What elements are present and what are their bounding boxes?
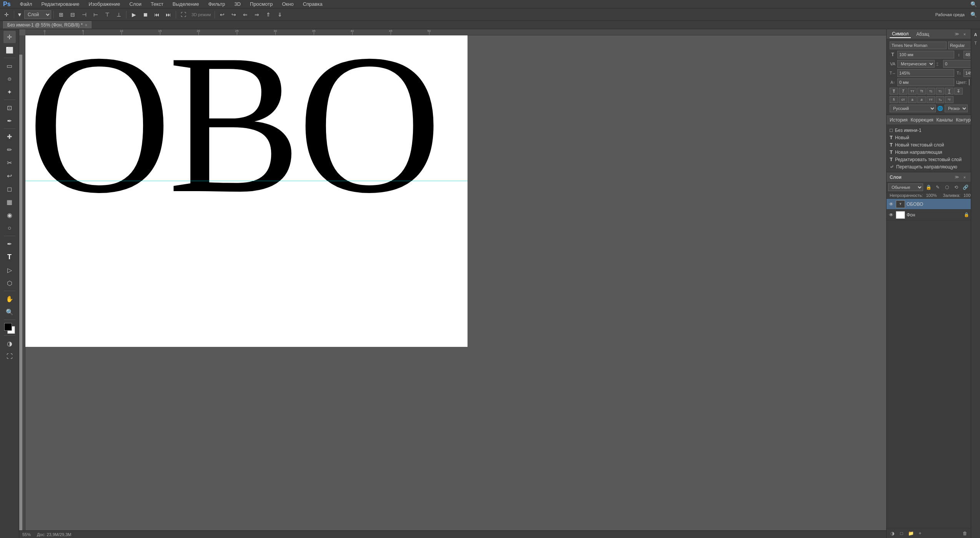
font-family-input[interactable]: Times New Roman: [890, 42, 947, 49]
menu-3d[interactable]: 3D: [233, 0, 242, 8]
scale-h-input[interactable]: [897, 69, 954, 77]
mini-text-btn[interactable]: A: [972, 31, 980, 38]
text-tool[interactable]: T: [3, 251, 16, 263]
history-item-0[interactable]: □ Без имени-1: [887, 127, 971, 134]
artboard-tool[interactable]: ⬜: [3, 44, 16, 56]
menu-layers[interactable]: Слои: [128, 0, 143, 8]
dodge-tool[interactable]: ○: [3, 222, 16, 234]
subscript-btn[interactable]: T1: [936, 88, 944, 95]
ordn-btn[interactable]: a: [908, 96, 917, 103]
toolbar-prev-btn[interactable]: ⏮: [152, 10, 162, 20]
menu-select[interactable]: Выделение: [171, 0, 201, 8]
channels-tab[interactable]: Каналы: [937, 117, 953, 123]
toolbar-arrow4-btn[interactable]: ⇓: [275, 10, 285, 20]
eraser-tool[interactable]: ◻: [3, 183, 16, 195]
color-swatch-char[interactable]: [969, 79, 970, 85]
history-item-3[interactable]: T Новая направляющая: [887, 148, 971, 156]
toolbar-arrow3-btn[interactable]: ⇑: [263, 10, 273, 20]
pen-tool[interactable]: ✒: [3, 238, 16, 250]
search-icon[interactable]: 🔍: [970, 1, 977, 7]
layers-toolbar-icon-5[interactable]: 🔗: [962, 183, 969, 191]
toolbar-align3-btn[interactable]: ⊤: [102, 10, 112, 20]
italic-btn[interactable]: T: [899, 88, 907, 95]
smallcaps-btn[interactable]: Tt: [917, 88, 926, 95]
menu-edit[interactable]: Редактирование: [40, 0, 81, 8]
history-brush-tool[interactable]: ↩: [3, 170, 16, 182]
search-global-btn[interactable]: 🔍: [968, 10, 978, 20]
add-mask-btn[interactable]: □: [897, 530, 906, 537]
doc-tab[interactable]: Без имени-1 @ 55% (Фон, RGB/8) * ×: [3, 21, 92, 28]
workspace-btn[interactable]: Рабочая среда: [933, 10, 967, 20]
menu-image[interactable]: Изображение: [87, 0, 122, 8]
underline-btn[interactable]: T: [945, 88, 953, 95]
language-dropdown[interactable]: Русский: [890, 105, 936, 112]
oldstyle-btn[interactable]: ст: [899, 96, 907, 103]
ligature-btn[interactable]: fi: [890, 96, 898, 103]
blend-mode-dropdown[interactable]: Обычные: [888, 183, 923, 191]
layers-toolbar-icon-4[interactable]: ⟲: [952, 183, 960, 191]
history-item-5[interactable]: ⤶ Перетащить направляющую: [887, 163, 971, 170]
layer-item-bg[interactable]: 👁 Фон 🔒: [887, 210, 971, 220]
layers-close-btn[interactable]: ×: [962, 174, 968, 180]
panel-expand-btn[interactable]: ≫: [954, 31, 960, 37]
doc-tab-close[interactable]: ×: [85, 23, 87, 27]
swash-btn[interactable]: a: [917, 96, 926, 103]
baseline-input[interactable]: [897, 78, 954, 86]
eyedropper-tool[interactable]: ✒: [3, 115, 16, 127]
menu-window[interactable]: Окно: [280, 0, 295, 8]
layers-toolbar-icon-3[interactable]: ⬡: [943, 183, 951, 191]
layer-dropdown[interactable]: Слой: [24, 10, 51, 19]
layer-item-obovo[interactable]: 👁 T ОБОВО: [887, 199, 971, 210]
toolbar-arrow2-btn[interactable]: ⇒: [252, 10, 262, 20]
menu-file[interactable]: Файл: [18, 0, 34, 8]
move-tool[interactable]: ✛: [3, 31, 16, 43]
toolbar-grid2-btn[interactable]: ⊟: [68, 10, 78, 20]
toolbar-align2-btn[interactable]: ⊢: [91, 10, 101, 20]
titling-btn[interactable]: TT: [927, 96, 935, 103]
uppercase-btn[interactable]: TT: [908, 88, 917, 95]
brush-tool[interactable]: ✏: [3, 143, 16, 156]
panel-close-btn[interactable]: ×: [962, 31, 968, 37]
lasso-tool[interactable]: ⌾: [3, 73, 16, 85]
sharpness-dropdown[interactable]: Резкое: [945, 105, 968, 112]
toolbar-play-btn[interactable]: ▶: [129, 10, 139, 20]
add-layer-btn[interactable]: +: [916, 530, 924, 537]
history-item-4[interactable]: T Редактировать текстовый слой: [887, 156, 971, 163]
layer-dropdown-btn[interactable]: ▼: [17, 10, 23, 20]
marquee-tool[interactable]: ▭: [3, 60, 16, 72]
shape-tool[interactable]: ⬡: [3, 277, 16, 289]
toolbar-screen-btn[interactable]: ⛶: [178, 10, 188, 20]
blur-tool[interactable]: ◉: [3, 209, 16, 221]
history-item-2[interactable]: T Новый текстовый слой: [887, 141, 971, 148]
heal-tool[interactable]: ✚: [3, 130, 16, 143]
layers-toolbar-icon-2[interactable]: ✎: [934, 183, 942, 191]
zoom-tool[interactable]: 🔍: [3, 306, 16, 318]
toolbar-stop-btn[interactable]: ⏹: [140, 10, 150, 20]
path-tool[interactable]: ▷: [3, 264, 16, 276]
disc-btn[interactable]: ¹T: [945, 96, 953, 103]
layers-toolbar-icon-1[interactable]: 🔒: [925, 183, 932, 191]
layers-expand-btn[interactable]: ≫: [954, 174, 960, 180]
toolbar-align4-btn[interactable]: ⊥: [114, 10, 124, 20]
font-size-input[interactable]: [897, 51, 954, 58]
contextalt-btn[interactable]: T₁: [936, 96, 944, 103]
para-tab[interactable]: Абзац: [914, 31, 932, 38]
delete-layer-btn[interactable]: 🗑: [961, 530, 969, 537]
screen-mode-btn[interactable]: ⛶: [3, 350, 16, 363]
correction-tab[interactable]: Коррекция: [911, 117, 933, 123]
quick-mask-btn[interactable]: ◑: [3, 337, 16, 350]
layer-eye-1[interactable]: 👁: [888, 212, 894, 218]
menu-help[interactable]: Справка: [301, 0, 324, 8]
history-item-1[interactable]: T Новый: [887, 134, 971, 141]
superscript-btn[interactable]: T1: [927, 88, 935, 95]
layer-eye-0[interactable]: 👁: [888, 201, 894, 207]
menu-filter[interactable]: Фильтр: [207, 0, 227, 8]
magic-wand-tool[interactable]: ✦: [3, 86, 16, 98]
gradient-tool[interactable]: ▦: [3, 196, 16, 208]
toolbar-redo-btn[interactable]: ↪: [229, 10, 239, 20]
menu-view[interactable]: Просмотр: [248, 0, 274, 8]
char-tab[interactable]: Символ: [890, 30, 911, 38]
toolbar-align1-btn[interactable]: ⊣: [79, 10, 89, 20]
hand-tool[interactable]: ✋: [3, 293, 16, 305]
toolbar-arrow1-btn[interactable]: ⇐: [240, 10, 250, 20]
